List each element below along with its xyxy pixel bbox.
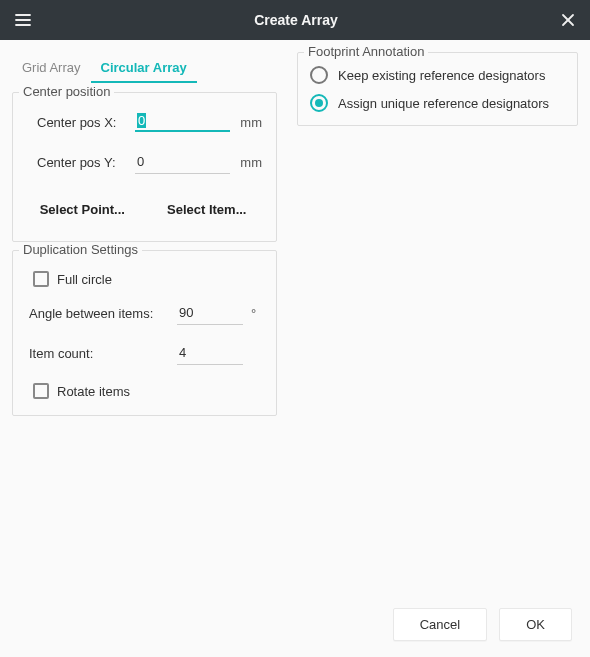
center-pos-y-unit: mm [236,155,262,170]
duplication-settings-group: Duplication Settings Full circle Angle b… [12,250,277,416]
hamburger-menu-icon[interactable] [10,7,36,33]
center-pos-y-input[interactable] [135,150,230,174]
ok-button[interactable]: OK [499,608,572,641]
tab-circular-array[interactable]: Circular Array [91,52,197,83]
center-pos-x-input[interactable]: 0 [137,113,146,128]
center-position-group: Center position Center pos X: 0 mm Cente… [12,92,277,242]
tab-bar: Grid Array Circular Array [12,52,277,84]
titlebar: Create Array [0,0,590,40]
rotate-items-checkbox[interactable] [33,383,49,399]
radio-keep-existing[interactable]: Keep existing reference designators [302,61,573,89]
item-count-input[interactable] [177,341,243,365]
radio-assign-unique-label: Assign unique reference designators [338,96,549,111]
angle-unit: ° [251,306,260,321]
radio-keep-existing-icon [310,66,328,84]
footprint-annotation-legend: Footprint Annotation [304,44,428,59]
angle-between-items-label: Angle between items: [29,306,169,321]
duplication-settings-legend: Duplication Settings [19,242,142,257]
select-point-button[interactable]: Select Point... [23,194,142,225]
footprint-annotation-group: Footprint Annotation Keep existing refer… [297,52,578,126]
full-circle-label[interactable]: Full circle [57,272,112,287]
window-title: Create Array [36,12,556,28]
select-item-button[interactable]: Select Item... [148,194,267,225]
center-pos-x-label: Center pos X: [37,115,129,130]
radio-assign-unique[interactable]: Assign unique reference designators [302,89,573,117]
full-circle-checkbox[interactable] [33,271,49,287]
center-position-legend: Center position [19,84,114,99]
close-icon[interactable] [556,8,580,32]
angle-between-items-input[interactable] [177,301,243,325]
center-pos-y-label: Center pos Y: [37,155,129,170]
tab-grid-array[interactable]: Grid Array [12,52,91,83]
radio-keep-existing-label: Keep existing reference designators [338,68,545,83]
radio-assign-unique-icon [310,94,328,112]
item-count-label: Item count: [29,346,169,361]
cancel-button[interactable]: Cancel [393,608,487,641]
dialog-footer: Cancel OK [0,596,590,657]
center-pos-x-unit: mm [236,115,262,130]
rotate-items-label[interactable]: Rotate items [57,384,130,399]
